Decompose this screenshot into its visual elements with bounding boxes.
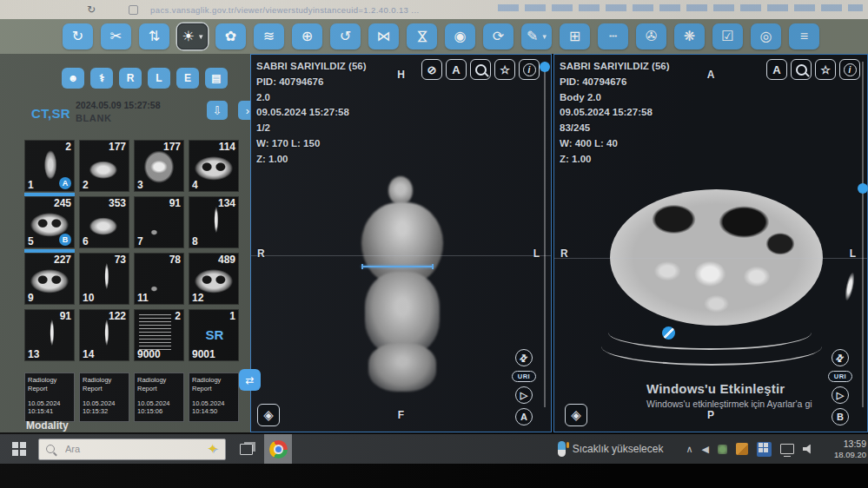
star-icon[interactable]: ☆	[494, 59, 515, 80]
refresh-button[interactable]: ↻ ▾	[63, 23, 93, 49]
report-card-2[interactable]: Radiology Report 10.05.2024 10:15:32	[79, 373, 129, 422]
play-icon[interactable]: ▷	[515, 386, 533, 404]
taskbar-clock[interactable]: 13:59 18.09.20	[826, 439, 866, 460]
tray-app-orange-icon[interactable]	[736, 443, 748, 455]
volume-icon[interactable]	[803, 445, 814, 454]
patient-filter-button[interactable]: ☻	[62, 68, 84, 89]
thumbnail-7[interactable]: 91 7	[134, 196, 184, 248]
copilot-sparkle-icon[interactable]: ✦	[207, 441, 218, 457]
weather-widget[interactable]: Sıcaklık yükselecek	[558, 441, 664, 457]
palette-button[interactable]: ✿ ▾	[215, 23, 246, 49]
measure-button[interactable]: ✎ ▾	[521, 23, 552, 49]
more-tools-button[interactable]: ┄ ▾	[598, 23, 628, 49]
slice-position-line[interactable]	[361, 266, 434, 267]
thumbnail-9001[interactable]: 1 SR 9001	[189, 309, 239, 361]
zoom-in-button[interactable]: ⊕ ▾	[292, 23, 322, 49]
task-view-button[interactable]	[233, 434, 259, 464]
tray-chevron-up-icon[interactable]: ∧	[686, 444, 692, 455]
layers-button[interactable]: ≋ ▾	[254, 23, 284, 49]
chevron-down-icon: ▾	[199, 33, 203, 41]
thumbnail-count: 1	[229, 310, 235, 322]
thumbnail-14[interactable]: 122 14	[79, 309, 129, 361]
annotation-lock-icon[interactable]: A	[446, 59, 467, 80]
flip-horizontal-button[interactable]: ⋈ ▾	[368, 23, 399, 49]
tray-back-icon[interactable]: ◀	[702, 444, 709, 455]
3d-cube-icon[interactable]: ◈	[257, 404, 280, 426]
info-icon[interactable]: i	[519, 59, 540, 80]
collapse-panel-button[interactable]: ⇄	[239, 369, 261, 391]
magnifier-icon[interactable]	[791, 59, 812, 80]
viewport-axial[interactable]: SABRI SARIYILDIZ (56) PID: 40794676 Body…	[553, 54, 868, 432]
cut-button[interactable]: ✂ ▾	[101, 23, 131, 49]
thumbnail-8[interactable]: 134 8	[189, 196, 239, 248]
viewport-coronal[interactable]: SABRI SARIYILDIZ (56) PID: 40794676 2.0 …	[250, 54, 552, 432]
annotation-lock-icon[interactable]: A	[766, 59, 787, 80]
annotation-off-icon[interactable]: ⊘	[421, 59, 442, 80]
pan-button[interactable]: ⇅ ▾	[139, 23, 169, 49]
thumbnail-10[interactable]: 73 10	[79, 253, 129, 305]
url-text[interactable]: pacs.vansaglik.gov.tr/viewer/viewerstudy…	[150, 5, 419, 15]
slice-scrollbar[interactable]	[862, 62, 864, 407]
scrollbar-thumb[interactable]	[540, 62, 550, 72]
thumbnail-13[interactable]: 91 13	[24, 309, 75, 361]
tray-app-green-icon[interactable]	[718, 445, 727, 454]
browser-address-bar[interactable]: ↻ pacs.vansaglik.gov.tr/viewer/viewerstu…	[0, 0, 868, 19]
thumbnail-5[interactable]: 245 5 B	[24, 196, 75, 248]
slice-scrollbar[interactable]	[544, 62, 546, 407]
thumbnail-12[interactable]: 489 12	[189, 253, 239, 305]
uri-button[interactable]: URI	[512, 371, 536, 382]
export-button[interactable]: ☑ ▾	[712, 23, 743, 49]
filter-l-button[interactable]: L	[148, 68, 170, 89]
network-icon[interactable]	[780, 444, 794, 454]
layout-button[interactable]: ⊞ ▾	[560, 23, 590, 49]
report-filter-button[interactable]: ▤	[205, 68, 228, 89]
thumbnail-4[interactable]: 114 4	[189, 140, 239, 192]
download-button[interactable]: ⇩	[207, 101, 228, 120]
info-icon[interactable]: i	[839, 59, 860, 80]
window-level-button[interactable]: ☀ ▾	[177, 23, 208, 49]
report-card-3[interactable]: Radiology Report 10.05.2024 10:15:06	[134, 373, 184, 422]
thumbnail-9[interactable]: 227 9	[24, 253, 75, 305]
rotate-left-button[interactable]: ↺ ▾	[330, 23, 361, 49]
menu-button[interactable]: ≡ ▾	[789, 23, 819, 49]
filter-r-button[interactable]: R	[119, 68, 142, 89]
start-button[interactable]	[0, 434, 38, 464]
shuffle-icon[interactable]: ⇄	[832, 349, 849, 366]
uri-button[interactable]: URI	[828, 371, 852, 382]
star-icon[interactable]: ☆	[815, 59, 836, 80]
report-card-4[interactable]: Radiology Report 10.05.2024 10:14:50	[189, 373, 239, 422]
rotate-right-button[interactable]: ⟳ ▾	[483, 23, 514, 49]
clinical-filter-button[interactable]: ⚕	[90, 68, 113, 89]
browser-refresh-icon[interactable]: ↻	[87, 4, 96, 15]
expand-series-button[interactable]: ›	[238, 101, 250, 120]
annotation-marker[interactable]	[662, 326, 675, 340]
report-card-1[interactable]: Radiology Report 10.05.2024 10:15:41	[24, 373, 75, 422]
stack-letter-badge[interactable]: B	[832, 408, 849, 425]
thumbnail-2[interactable]: 177 2	[79, 140, 129, 192]
presets-button[interactable]: ◉ ▾	[445, 23, 475, 49]
search-input[interactable]	[63, 443, 203, 455]
enhance-button[interactable]: ❋ ▾	[674, 23, 705, 49]
link-button[interactable]: ✇ ▾	[636, 23, 666, 49]
3d-cube-icon[interactable]: ◈	[565, 404, 587, 426]
thumbnail-index: 4	[192, 179, 198, 191]
shuffle-icon[interactable]: ⇄	[515, 349, 533, 366]
thumbnail-9000[interactable]: 2 9000	[134, 309, 184, 361]
thumbnail-1[interactable]: 2 1 A	[24, 140, 75, 192]
thumbnail-6[interactable]: 353 6	[79, 196, 129, 248]
series-desc: Body 2.0	[560, 90, 670, 106]
flip-vertical-button[interactable]: ⋈ ▾	[407, 23, 437, 49]
filter-e-button[interactable]: E	[176, 68, 199, 89]
magnifier-icon[interactable]	[470, 59, 491, 80]
bookmarks-bar[interactable]	[498, 4, 863, 11]
tray-app-blue-icon[interactable]	[757, 442, 772, 457]
stack-letter-badge[interactable]: A	[515, 408, 533, 425]
thumbnail-3[interactable]: 177 3	[134, 140, 184, 192]
taskbar-search-box[interactable]: ✦	[38, 439, 226, 460]
chrome-taskbar-button[interactable]	[264, 434, 292, 464]
site-info-icon[interactable]	[129, 5, 138, 15]
scrollbar-thumb[interactable]	[858, 183, 868, 194]
settings-button[interactable]: ◎ ▾	[751, 23, 781, 49]
play-icon[interactable]: ▷	[832, 386, 849, 404]
thumbnail-11[interactable]: 78 11	[134, 253, 184, 305]
